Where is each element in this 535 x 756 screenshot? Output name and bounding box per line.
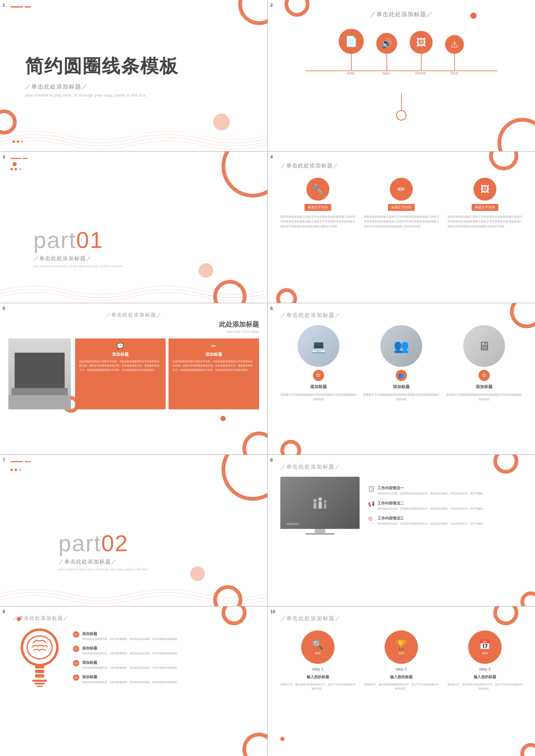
slide1-subtitle: ／单击此处添加标题／ <box>25 83 88 91</box>
p1-body <box>314 503 316 509</box>
s5-sub: ADD THE TITLE HERE <box>8 330 259 333</box>
s8-item1-title: 工作内容情况一 <box>378 486 485 490</box>
node3-line <box>421 54 422 70</box>
node2-circle: 🔊 <box>376 33 397 54</box>
s10-step-3: 📅 text step 3 输入您的标题 请替换文字，建议使用与标题相符的文字。… <box>447 630 523 691</box>
s10-step2-desc: 请替换文字，建议使用与标题相符的文字。该文字可以在此处暂定并展开意思。 <box>364 683 439 691</box>
node1-line <box>351 54 352 70</box>
s7-wave-lines <box>0 581 268 606</box>
svg-rect-6 <box>34 683 45 685</box>
s6-img1-icon: 💻 <box>311 339 326 353</box>
s4-col-2: ✏ 标题文字添加 请在此处粘贴或输入您的文字内容请在此处粘贴或输入您的文字内容请… <box>364 178 439 229</box>
s4-col-3: 🖼 标题文字添加 请在此处粘贴或输入您的文字内容请在此处粘贴或输入您的文字内容请… <box>447 178 523 229</box>
tree-diagram: 📄 one. 🔊 two. 🖼 three. <box>278 25 525 133</box>
s5-desk <box>8 395 71 409</box>
s7-dots-row <box>11 465 21 471</box>
root-line <box>401 94 402 110</box>
s5-box-1: 💬 添加标题 在这里面的的内容介绍的文字内容，与此处粘贴或复制的文字内容将在此处… <box>75 339 166 409</box>
s9-list: 01 添加标题 单击此处添加标题内容，内容与标题相符，单击此处添加标题，内容与标… <box>73 627 255 689</box>
svg-rect-7 <box>37 686 43 687</box>
svg-rect-4 <box>35 674 44 678</box>
s9-list-item-2: 02 添加标题 单击此处添加标题内容，内容与标题相符，单击此处添加标题，内容与标… <box>73 646 255 656</box>
s8-item3-title: 工作内容情况三 <box>378 516 485 521</box>
s10-step1-title: 输入您的标题 <box>307 674 329 680</box>
s6-sub-icon-3: ⚙ <box>478 370 490 381</box>
node-4: ⚠ four <box>445 29 464 76</box>
deco-s9-solid <box>17 617 21 621</box>
node4-label: four <box>451 70 459 76</box>
s8-monitor-stand <box>315 529 325 533</box>
slide-number-8: 8 <box>270 457 273 463</box>
s9-bulb-svg <box>17 627 63 689</box>
s3-subtext: your content to play here, or through yo… <box>33 264 123 268</box>
s5-box2-icon: ✏ <box>173 343 255 350</box>
s10-step3-title: 输入您的标题 <box>474 674 496 680</box>
part-num: 01 <box>76 227 103 253</box>
deco-s10-solid <box>280 737 285 741</box>
s4-text-2: 请在此处粘贴或输入您的文字内容请在此处粘贴或输入您的文字内容请在此处粘贴或输入您… <box>364 214 439 229</box>
s9-item4-title: 添加标题 <box>82 674 180 680</box>
node-2: 🔊 two. <box>376 29 397 76</box>
s4-icon-1: 🔧 <box>306 178 329 201</box>
p1-head <box>313 499 317 502</box>
s5-main-title: 此处添加标题 <box>8 320 259 329</box>
s10-step2-icon: 🏆 <box>396 639 407 650</box>
slide-number-2: 2 <box>270 3 273 8</box>
s8-item2-title: 工作内容情况二 <box>378 501 485 506</box>
s7-part-label: part <box>58 530 101 556</box>
deco-s9-ring1 <box>221 606 246 625</box>
s4-title: ／单击此处添加标题／ <box>280 162 523 169</box>
deco-ring-tr <box>238 0 268 25</box>
s6-sub-icon-1: ⚙ <box>313 370 324 381</box>
root-node <box>396 94 407 121</box>
s6-desc-1: 请替换文字内容复制粘贴的内容到此请替换文字内容复制粘贴的内容到此 <box>280 393 357 402</box>
s4-text-1: 请在此处粘贴或输入您的文字内容请在此处粘贴或输入您的文字内容请在此处粘贴或输入您… <box>280 214 356 229</box>
person-1 <box>313 499 317 509</box>
slide-number-7: 7 <box>3 457 5 463</box>
svg-rect-5 <box>32 680 47 682</box>
s10-step2-circle: 🏆 text <box>385 630 418 664</box>
s9-item1-title: 添加标题 <box>82 631 180 636</box>
s8-content: 📋 工作内容情况一 请将你的行打这里。这是通过复制粘贴的文本，在此处处加标粘，并… <box>280 477 523 535</box>
s9-item3-num: 03 <box>73 660 79 666</box>
deco-s7-peach <box>190 567 205 581</box>
svg-point-1 <box>27 636 52 659</box>
slide-number-10: 10 <box>270 609 275 614</box>
slide-number-9: 9 <box>3 609 5 614</box>
s4-text-3: 请在此处粘贴或输入您的文字内容请在此处粘贴或输入您的文字内容请在此处粘贴或输入您… <box>447 214 523 229</box>
p2-head <box>318 497 322 501</box>
s5-section-title: ／单击此处添加标题／ <box>8 312 259 318</box>
s7-subtext: your content to play here, or through yo… <box>58 568 148 571</box>
s5-laptop-base <box>12 388 68 395</box>
s6-img-2: 👥 <box>380 325 422 367</box>
s8-item2-icon: 📢 <box>368 501 375 507</box>
node1-label: one. <box>347 70 356 76</box>
s9-item4-content: 添加标题 单击此处添加标题内容，内容与标题相符，单击此处添加标题，内容与标题与标… <box>82 674 180 684</box>
s9-list-item-1: 01 添加标题 单击此处添加标题内容，内容与标题相符，单击此处添加标题，内容与标… <box>73 631 255 641</box>
s9-item1-num: 01 <box>73 631 79 637</box>
node-1: 📄 one. <box>339 29 364 76</box>
s8-item1-content: 工作内容情况一 请将你的行打这里。这是通过复制粘贴的文本，在此处处加标粘，并在此… <box>378 486 485 495</box>
s8-item2-text: 请将你的行打这里。这是通过复制粘贴的文本，在此处处加标粘，并在此保存文字。且开可… <box>378 507 485 511</box>
s9-item2-title: 添加标题 <box>82 646 180 651</box>
slide-2: 2 ／单击此处添加标题／ 📄 one. 🔊 two. <box>268 0 535 151</box>
s3-wave-lines <box>0 278 268 303</box>
s3-top-dots <box>11 158 28 159</box>
s8-item3-text: 请将你的行打这里。这是通过复制粘贴的文本，在此处处加标粘，并在此保存文字。且开可… <box>378 521 485 526</box>
s10-step1-circle: 🔍 text <box>301 630 335 664</box>
s9-list-item-3: 03 添加标题 单击此处添加标题内容，内容与标题相符，单击此处添加标题，内容与标… <box>73 660 255 670</box>
s6-img3-icon: 🖥 <box>478 339 491 353</box>
s8-item2-content: 工作内容情况二 请将你的行打这里。这是通过复制粘贴的文本，在此处处加标粘，并在此… <box>378 501 485 511</box>
deco-s2-solid1 <box>470 13 477 19</box>
s9-item2-num: 02 <box>73 646 79 652</box>
s6-img-3: 🖥 <box>463 325 505 367</box>
s9-item3-text: 单击此处添加标题内容，内容与标题相符，单击此处添加标题，内容与标题与标题相符。 <box>82 666 180 670</box>
s9-item1-text: 单击此处添加标题内容，内容与标题相符，单击此处添加标题，内容与标题与标题相符。 <box>82 637 180 641</box>
s5-boxes: 💬 添加标题 在这里面的的内容介绍的文字内容，与此处粘贴或复制的文字内容将在此处… <box>75 339 259 409</box>
node3-circle: 🖼 <box>409 31 433 54</box>
s10-step1-label: step 1 <box>312 667 324 672</box>
node2-line <box>386 54 387 70</box>
person-3 <box>324 500 326 509</box>
deco-s6-ring1 <box>510 303 535 328</box>
p3-body <box>324 504 326 509</box>
